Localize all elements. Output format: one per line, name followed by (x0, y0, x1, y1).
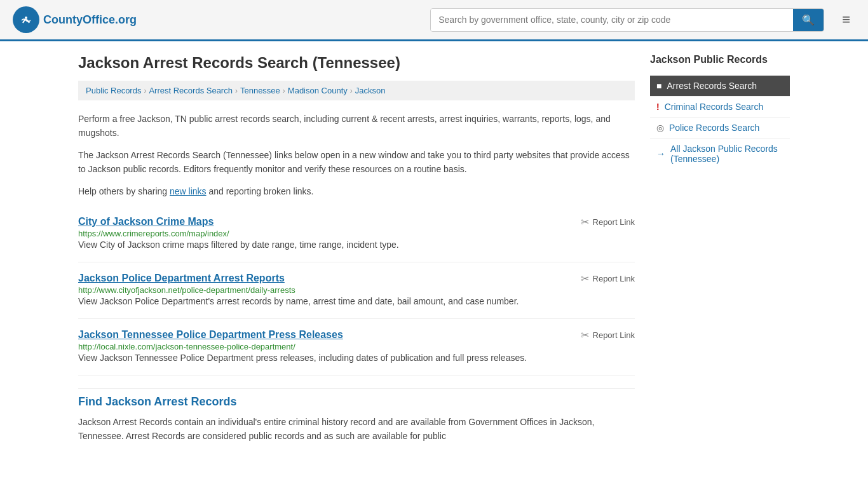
hamburger-icon: ≡ (842, 11, 850, 27)
search-bar: 🔍 (430, 8, 824, 32)
logo-icon (13, 6, 39, 33)
svg-point-1 (25, 17, 27, 19)
page-title: Jackson Arrest Records Search (Tennessee… (78, 54, 635, 72)
report-link-2[interactable]: ✂ Report Link (581, 273, 635, 285)
sidebar-title: Jackson Public Records (650, 54, 790, 69)
breadcrumb-item-arrest-records[interactable]: Arrest Records Search (149, 86, 233, 95)
search-input[interactable] (431, 9, 793, 31)
breadcrumb: Public Records › Arrest Records Search ›… (78, 81, 635, 100)
report-icon-1: ✂ (581, 216, 589, 228)
result-item-1: City of Jackson Crime Maps ✂ Report Link… (78, 206, 635, 262)
arrow-right-icon: → (656, 149, 665, 159)
search-button[interactable]: 🔍 (793, 9, 824, 31)
sidebar-item-police-records[interactable]: ◎ Police Records Search (650, 118, 790, 139)
result-header-1: City of Jackson Crime Maps ✂ Report Link (78, 216, 635, 228)
breadcrumb-sep-3: › (283, 86, 285, 95)
menu-button[interactable]: ≡ (837, 9, 855, 30)
criminal-records-icon: ! (656, 102, 660, 112)
sidebar-item-arrest-records[interactable]: ■ Arrest Records Search (650, 76, 790, 97)
content-area: Jackson Arrest Records Search (Tennessee… (78, 54, 635, 444)
description-3-pre: Help others by sharing (78, 186, 170, 196)
breadcrumb-sep-4: › (350, 86, 353, 95)
result-item-3: Jackson Tennessee Police Department Pres… (78, 319, 635, 376)
main-container: Jackson Arrest Records Search (Tennessee… (65, 41, 803, 456)
sidebar-all-records-link[interactable]: → All Jackson Public Records (Tennessee) (650, 139, 790, 169)
result-header-3: Jackson Tennessee Police Department Pres… (78, 329, 635, 341)
police-records-icon: ◎ (656, 123, 664, 133)
breadcrumb-item-public-records[interactable]: Public Records (86, 86, 141, 95)
result-title-2[interactable]: Jackson Police Department Arrest Reports (78, 273, 285, 284)
sidebar-all-label: All Jackson Public Records (Tennessee) (670, 144, 783, 164)
description-1: Perform a free Jackson, TN public arrest… (78, 112, 635, 140)
report-icon-3: ✂ (581, 329, 589, 341)
result-title-3[interactable]: Jackson Tennessee Police Department Pres… (78, 329, 343, 341)
arrest-records-icon: ■ (656, 81, 661, 91)
search-icon: 🔍 (802, 15, 815, 25)
description-2: The Jackson Arrest Records Search (Tenne… (78, 148, 635, 177)
logo[interactable]: CountyOffice.org (13, 6, 137, 33)
result-desc-2: View Jackson Police Department's arrest … (78, 295, 635, 308)
breadcrumb-item-tennessee[interactable]: Tennessee (240, 86, 280, 95)
result-url-1[interactable]: https://www.crimereports.com/map/index/ (78, 229, 229, 238)
report-label-3: Report Link (593, 330, 635, 340)
breadcrumb-sep-2: › (235, 86, 238, 95)
result-desc-1: View City of Jackson crime maps filtered… (78, 238, 635, 252)
report-label-1: Report Link (593, 217, 635, 227)
description-3-post: and reporting broken links. (207, 186, 314, 196)
report-icon-2: ✂ (581, 273, 589, 285)
sidebar-item-criminal-records[interactable]: ! Criminal Records Search (650, 97, 790, 118)
find-text: Jackson Arrest Records contain an indivi… (78, 415, 635, 444)
report-link-1[interactable]: ✂ Report Link (581, 216, 635, 228)
breadcrumb-item-jackson[interactable]: Jackson (355, 86, 386, 95)
report-link-3[interactable]: ✂ Report Link (581, 329, 635, 341)
breadcrumb-sep-1: › (144, 86, 146, 95)
report-label-2: Report Link (593, 274, 635, 283)
result-url-2[interactable]: http://www.cityofjackson.net/police-depa… (78, 285, 295, 295)
sidebar-label-criminal: Criminal Records Search (665, 102, 764, 112)
find-title: Find Jackson Arrest Records (78, 395, 635, 409)
sidebar-label-arrest: Arrest Records Search (667, 81, 757, 91)
breadcrumb-item-madison-county[interactable]: Madison County (288, 86, 348, 95)
result-item-2: Jackson Police Department Arrest Reports… (78, 262, 635, 319)
sidebar-label-police: Police Records Search (669, 123, 759, 133)
result-url-3[interactable]: http://local.nixle.com/jackson-tennessee… (78, 342, 295, 351)
logo-text: CountyOffice.org (43, 13, 137, 27)
result-header-2: Jackson Police Department Arrest Reports… (78, 273, 635, 285)
result-desc-3: View Jackson Tennessee Police Department… (78, 351, 635, 365)
new-links-link[interactable]: new links (170, 186, 207, 196)
sidebar: Jackson Public Records ■ Arrest Records … (650, 54, 790, 444)
find-section: Find Jackson Arrest Records Jackson Arre… (78, 388, 635, 444)
result-title-1[interactable]: City of Jackson Crime Maps (78, 216, 214, 227)
site-header: CountyOffice.org 🔍 ≡ (0, 0, 868, 41)
description-3: Help others by sharing new links and rep… (78, 184, 635, 198)
